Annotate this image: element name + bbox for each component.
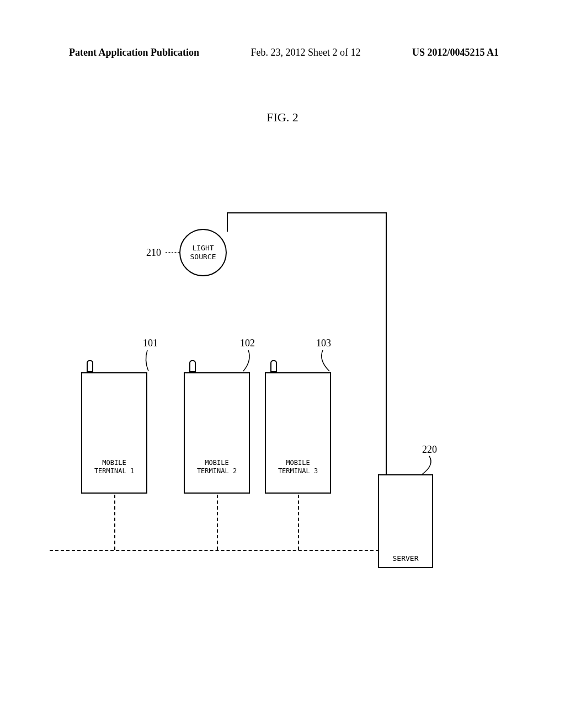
terminal-3-label: MOBILE TERMINAL 3 xyxy=(278,459,318,476)
terminal-2-line2: TERMINAL 2 xyxy=(197,467,237,476)
mobile-terminal-1: MOBILE TERMINAL 1 xyxy=(81,372,147,494)
diagram-container: 210 LIGHT SOURCE 101 102 103 220 MOBILE … xyxy=(63,210,505,596)
light-source-line1: LIGHT xyxy=(192,244,214,253)
ref-220-leader xyxy=(419,455,436,477)
antenna-icon xyxy=(189,360,196,372)
light-source-line2: SOURCE xyxy=(190,253,216,261)
header-center: Feb. 23, 2012 Sheet 2 of 12 xyxy=(251,47,361,58)
terminal-3-line2: TERMINAL 3 xyxy=(278,467,318,476)
ref-102: 102 xyxy=(240,338,255,349)
dashed-t2-down xyxy=(217,495,218,550)
ref-101-leader xyxy=(141,349,152,372)
ref-101: 101 xyxy=(143,338,158,349)
header-left: Patent Application Publication xyxy=(69,47,199,58)
terminal-2-label: MOBILE TERMINAL 2 xyxy=(197,459,237,476)
ref-220: 220 xyxy=(422,444,437,456)
server-label: SERVER xyxy=(393,554,419,563)
ref-210-leader xyxy=(166,252,179,253)
dashed-t1-down xyxy=(114,495,115,550)
connector-right-v xyxy=(386,212,387,475)
connector-top-h xyxy=(227,212,387,213)
ref-102-leader xyxy=(240,349,254,372)
figure-label: FIG. 2 xyxy=(266,110,298,125)
ref-210: 210 xyxy=(146,247,161,259)
header-right: US 2012/0045215 A1 xyxy=(412,47,499,58)
dashed-t3-down xyxy=(298,495,299,550)
ref-103: 103 xyxy=(316,338,331,349)
light-source: LIGHT SOURCE xyxy=(179,229,227,276)
ref-103-leader xyxy=(317,349,331,372)
terminal-1-line1: MOBILE xyxy=(94,459,134,468)
dashed-bottom-h xyxy=(50,550,379,551)
page-header: Patent Application Publication Feb. 23, … xyxy=(0,47,565,58)
antenna-icon xyxy=(87,360,93,372)
connector-light-top xyxy=(227,212,228,232)
terminal-1-label: MOBILE TERMINAL 1 xyxy=(94,459,134,476)
mobile-terminal-2: MOBILE TERMINAL 2 xyxy=(184,372,250,494)
terminal-1-line2: TERMINAL 1 xyxy=(94,467,134,476)
antenna-icon xyxy=(270,360,277,372)
terminal-3-line1: MOBILE xyxy=(278,459,318,468)
terminal-2-line1: MOBILE xyxy=(197,459,237,468)
server: SERVER xyxy=(378,474,433,568)
mobile-terminal-3: MOBILE TERMINAL 3 xyxy=(265,372,331,494)
